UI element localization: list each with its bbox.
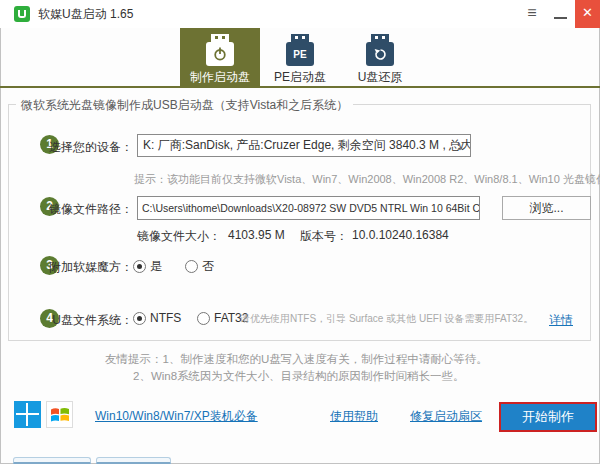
step2-label: 镜像文件路径： [49, 201, 133, 218]
title-bar: 软媒U盘启动 1.65 ≡ ✕ [0, 0, 600, 28]
radio-label: NTFS [150, 311, 181, 325]
usb-restore-icon [363, 34, 397, 66]
help-link[interactable]: 使用帮助 [330, 408, 378, 425]
essentials-link[interactable]: Win10/Win8/Win7/XP装机必备 [95, 408, 258, 425]
detail-link[interactable]: 详情 [549, 312, 573, 329]
usb-pe-icon: PE [283, 34, 317, 66]
background-window-tab [96, 457, 171, 464]
friendly-tip-line2: 2、Win8系统因为文件大小、目录结构的原因制作时间稍长一些。 [133, 369, 465, 384]
version-label: 版本号： [300, 228, 348, 245]
radio-selected-icon [133, 260, 146, 273]
filesystem-hint: 请优先使用NTFS，引导 Surface 或其他 UEFI 设备需要用FAT32… [240, 312, 533, 326]
image-path-input[interactable]: C:\Users\ithome\Downloads\X20-08972 SW D… [137, 196, 480, 220]
friendly-tip-line1: 友情提示：1、制作速度和您的U盘写入速度有关，制作过程中请耐心等待。 [105, 352, 488, 367]
version-value: 10.0.10240.16384 [352, 228, 449, 242]
group-title: 微软系统光盘镜像制作成USB启动盘（支持Vista和之后系统） [16, 97, 353, 114]
step1-label: 选择您的设备： [49, 139, 133, 156]
browse-button[interactable]: 浏览... [502, 196, 591, 220]
window-title: 软媒U盘启动 1.65 [38, 0, 133, 28]
radio-selected-icon [133, 312, 146, 325]
tab-pe-boot-disk[interactable]: PE PE启动盘 [260, 28, 340, 86]
app-icon [14, 6, 30, 22]
image-size-label: 镜像文件大小： [137, 228, 221, 245]
minimize-icon[interactable] [550, 0, 572, 28]
device-select-value: K: 厂商:SanDisk, 产品:Cruzer Edge, 剩余空间 3840… [143, 138, 471, 152]
tab-bar: 制作启动盘 PE PE启动盘 U盘还原 [0, 28, 600, 86]
radio-label: 否 [202, 258, 214, 275]
pe-icon-text: PE [293, 49, 306, 60]
chevron-down-icon: ∨ [457, 135, 465, 156]
radio-option-no[interactable]: 否 [185, 258, 214, 275]
supported-systems-tip: 提示：该功能目前仅支持微软Vista、Win7、Win2008、Win2008 … [134, 172, 600, 187]
tab-usb-restore[interactable]: U盘还原 [340, 28, 420, 86]
tab-label: PE启动盘 [274, 69, 326, 86]
image-size-value: 4103.95 M [228, 228, 285, 242]
windows8-logo-icon[interactable] [14, 401, 41, 428]
usb-power-icon [203, 34, 237, 66]
step3-label: 附加软媒魔方： [49, 259, 133, 276]
app-window: 软媒U盘启动 1.65 ≡ ✕ 制作启动盘 PE PE启动盘 [0, 0, 600, 464]
windowsxp-logo-icon[interactable] [46, 401, 73, 428]
tab-label: U盘还原 [358, 69, 403, 86]
close-icon[interactable]: ✕ [575, 0, 600, 28]
accent-separator [0, 86, 600, 88]
radio-label: 是 [150, 258, 162, 275]
tab-make-boot-disk[interactable]: 制作启动盘 [180, 28, 260, 86]
tab-label: 制作启动盘 [190, 69, 250, 86]
radio-unselected-icon [197, 312, 210, 325]
radio-option-ntfs[interactable]: NTFS [133, 311, 181, 325]
start-button[interactable]: 开始制作 [499, 402, 597, 432]
radio-unselected-icon [185, 260, 198, 273]
radio-option-yes[interactable]: 是 [133, 258, 162, 275]
step4-label: U盘文件系统： [52, 312, 133, 329]
menu-icon[interactable]: ≡ [518, 0, 546, 28]
repair-boot-sector-link[interactable]: 修复启动扇区 [410, 408, 482, 425]
device-select[interactable]: K: 厂商:SanDisk, 产品:Cruzer Edge, 剩余空间 3840… [137, 134, 471, 157]
background-window-tab [13, 457, 91, 464]
